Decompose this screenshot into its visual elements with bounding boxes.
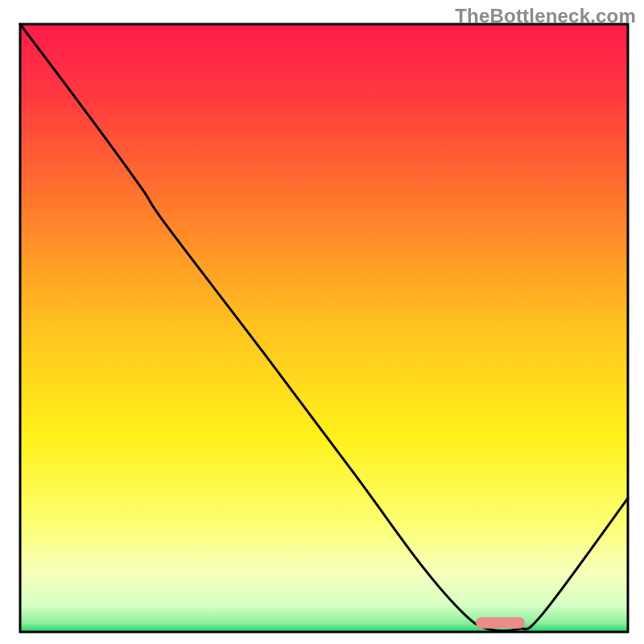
chart-background (20, 24, 628, 632)
bottleneck-chart (0, 0, 644, 644)
optimal-range-marker (476, 617, 524, 629)
